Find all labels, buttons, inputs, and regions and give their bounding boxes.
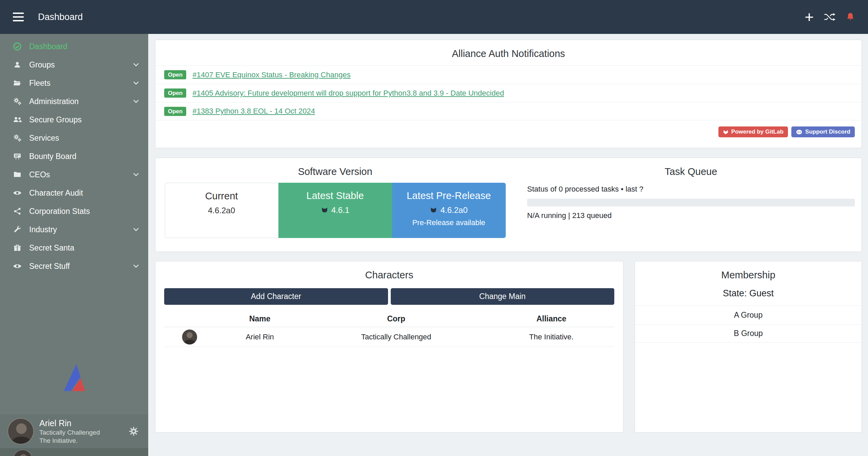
folder-open-icon	[11, 79, 24, 87]
notification-link[interactable]: #1383 Python 3.8 EOL - 14 Oct 2024	[192, 107, 315, 116]
top-navbar: Dashboard +	[0, 0, 868, 34]
sidebar-nav: Dashboard Groups Fleets	[0, 34, 148, 275]
notifications-title: Alliance Auth Notifications	[155, 48, 862, 59]
sidebar-item-dashboard[interactable]: Dashboard	[0, 37, 148, 56]
sidebar-item-label: CEOs	[29, 170, 50, 179]
sidebar-item-label: Services	[29, 134, 59, 143]
sidebar-item-secret-stuff[interactable]: Secret Stuff	[0, 257, 148, 275]
sidebar-user-panel: Ariel Rin Tactically Challenged The Init…	[0, 414, 148, 448]
membership-groups: A Group B Group	[635, 305, 862, 343]
latest-stable-box: Latest Stable 4.6.1	[278, 183, 392, 238]
characters-buttons: Add Character Change Main	[164, 288, 614, 305]
sidebar-item-character-audit[interactable]: Character Audit	[0, 184, 148, 202]
status-badge: Open	[164, 88, 186, 98]
sidebar-item-bounty-board[interactable]: Bounty Board	[0, 147, 148, 165]
membership-card: Membership State: Guest A Group B Group	[635, 261, 862, 433]
software-version-title: Software Version	[155, 166, 515, 177]
latest-prerelease-label: Latest Pre-Release	[392, 190, 506, 201]
cat-icon	[321, 207, 328, 214]
change-main-button[interactable]: Change Main	[391, 288, 615, 305]
add-character-button[interactable]: Add Character	[164, 288, 388, 305]
sidebar-bottom-strip	[0, 448, 148, 456]
list-item: A Group	[635, 305, 862, 324]
shuffle-icon[interactable]	[824, 13, 835, 21]
user-info: Ariel Rin Tactically Challenged The Init…	[39, 418, 100, 445]
notifications-list: Open #1407 EVE Equinox Status - Breaking…	[155, 65, 862, 120]
sidebar-item-ceos[interactable]: CEOs	[0, 165, 148, 184]
eye-icon	[11, 263, 24, 269]
folder-icon	[11, 171, 24, 179]
notification-bell-icon[interactable]	[846, 12, 855, 22]
discord-badge[interactable]: Support Discord	[791, 126, 855, 137]
version-boxes: Current 4.6.2a0 Latest Stable 4.6.1 Late…	[155, 183, 515, 238]
avatar	[7, 418, 34, 444]
membership-title: Membership	[635, 270, 862, 281]
eye-icon	[11, 190, 24, 196]
sidebar-item-corporation-stats[interactable]: Corporation Stats	[0, 202, 148, 220]
sidebar-item-industry[interactable]: Industry	[0, 220, 148, 239]
users-icon	[11, 116, 24, 124]
sidebar-item-secret-santa[interactable]: Secret Santa	[0, 239, 148, 257]
sidebar-item-secure-groups[interactable]: Secure Groups	[0, 111, 148, 129]
sidebar: Dashboard Groups Fleets	[0, 34, 148, 456]
user-alliance: The Initiative.	[39, 437, 100, 445]
task-queue-section: Task Queue Status of 0 processed tasks •…	[515, 166, 862, 252]
cogs-icon	[11, 134, 24, 142]
gitlab-icon	[723, 129, 729, 135]
notifications-footer: Powered by GitLab Support Discord	[155, 126, 862, 137]
character-name: Ariel Rin	[215, 333, 305, 341]
character-alliance: The Initiative.	[488, 333, 615, 341]
task-queue-title: Task Queue	[527, 166, 855, 177]
characters-card: Characters Add Character Change Main Nam…	[155, 261, 623, 433]
sidebar-item-groups[interactable]: Groups	[0, 56, 148, 74]
current-version-box: Current 4.6.2a0	[165, 183, 278, 238]
sidebar-item-label: Bounty Board	[29, 152, 76, 161]
character-corp: Tactically Challenged	[305, 333, 488, 341]
sidebar-item-services[interactable]: Services	[0, 129, 148, 147]
sidebar-item-fleets[interactable]: Fleets	[0, 74, 148, 92]
initiative-logo	[0, 361, 148, 394]
prerelease-note: Pre-Release available	[392, 218, 506, 227]
user-name: Ariel Rin	[39, 418, 100, 429]
sidebar-item-label: Corporation Stats	[29, 207, 90, 216]
notification-link[interactable]: #1405 Advisory: Future development will …	[192, 89, 504, 98]
gears-icon	[11, 97, 24, 106]
latest-prerelease-value: 4.6.2a0	[440, 205, 467, 215]
gitlab-badge-label: Powered by GitLab	[731, 128, 784, 135]
main-content: Alliance Auth Notifications Open #1407 E…	[148, 34, 868, 456]
gear-icon[interactable]	[129, 426, 139, 436]
table-row: Ariel Rin Tactically Challenged The Init…	[164, 327, 614, 347]
hamburger-menu-icon[interactable]	[13, 13, 24, 21]
notification-row: Open #1405 Advisory: Future development …	[155, 84, 862, 102]
characters-table-header: Name Corp Alliance	[164, 311, 614, 327]
discord-icon	[796, 130, 803, 135]
billboard-icon	[11, 152, 24, 160]
navbar-actions: +	[805, 11, 855, 23]
sidebar-item-label: Industry	[29, 225, 57, 234]
chevron-down-icon	[133, 226, 139, 233]
sidebar-item-label: Secret Santa	[29, 243, 74, 253]
task-queue-status: Status of 0 processed tasks • last ?	[527, 185, 855, 194]
notifications-card: Alliance Auth Notifications Open #1407 E…	[155, 40, 862, 148]
alliance-column-header: Alliance	[488, 314, 615, 323]
characters-table: Name Corp Alliance Ariel Rin Tactically …	[164, 311, 614, 347]
task-queue-progress-bar	[527, 199, 855, 206]
latest-prerelease-box: Latest Pre-Release 4.6.2a0 Pre-Release a…	[392, 183, 506, 238]
sidebar-item-label: Secure Groups	[29, 115, 82, 124]
share-nodes-icon	[11, 207, 24, 215]
add-icon[interactable]: +	[805, 11, 814, 23]
user-corp: Tactically Challenged	[39, 429, 100, 437]
cat-icon	[430, 207, 437, 214]
membership-state: State: Guest	[635, 288, 862, 299]
status-badge: Open	[164, 70, 186, 79]
status-badge: Open	[164, 107, 186, 116]
sidebar-item-label: Fleets	[29, 79, 51, 88]
chevron-down-icon	[133, 263, 139, 270]
current-version-value: 4.6.2a0	[208, 206, 235, 215]
notification-link[interactable]: #1407 EVE Equinox Status - Breaking Chan…	[192, 71, 350, 79]
current-version-label: Current	[165, 191, 278, 202]
sidebar-item-administration[interactable]: Administration	[0, 92, 148, 111]
characters-title: Characters	[164, 270, 614, 281]
gitlab-badge[interactable]: Powered by GitLab	[718, 126, 788, 137]
notification-row: Open #1407 EVE Equinox Status - Breaking…	[155, 65, 862, 84]
